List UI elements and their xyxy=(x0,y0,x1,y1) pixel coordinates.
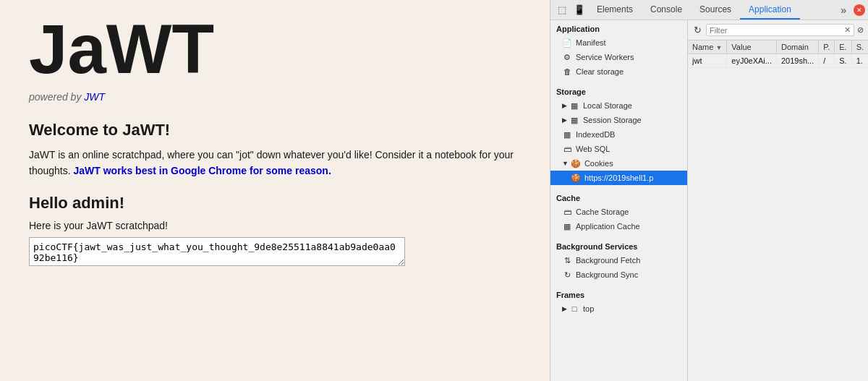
sidebar-item-frames-top[interactable]: ▶ □ top xyxy=(550,301,687,316)
sidebar-item-indexeddb[interactable]: ▦ IndexedDB xyxy=(550,127,687,142)
devtools-body: Application 📄 Manifest ⚙ Service Workers… xyxy=(550,20,868,381)
sidebar-label-service-workers: Service Workers xyxy=(576,53,634,61)
cookies-arrow: ▼ xyxy=(562,160,569,167)
filter-input[interactable] xyxy=(710,26,844,35)
col-path[interactable]: P. xyxy=(819,40,835,54)
sidebar-item-manifest[interactable]: 📄 Manifest xyxy=(550,35,687,50)
scratchpad-label: Here is your JaWT scratchpad! xyxy=(29,220,521,231)
cookies-url-icon: 🍪 xyxy=(571,174,581,183)
filter-input-container: ✕ xyxy=(706,24,854,36)
sidebar-item-session-storage[interactable]: ▶ ▦ Session Storage xyxy=(550,113,687,127)
cell-domain: 2019sh... xyxy=(776,54,818,68)
page-title: JaWT xyxy=(29,14,521,84)
web-sql-icon: 🗃 xyxy=(562,145,572,153)
local-storage-arrow: ▶ xyxy=(562,102,567,109)
sidebar-label-cookies-url: https://2019shell1.p xyxy=(584,174,653,182)
devtools-toolbar: ⬚ 📱 Elements Console Sources Application… xyxy=(550,0,868,20)
sidebar-item-clear-storage[interactable]: 🗑 Clear storage xyxy=(550,64,687,79)
close-devtools-button[interactable]: ✕ xyxy=(854,4,865,16)
application-section-header: Application xyxy=(550,20,687,35)
powered-by-text: powered by xyxy=(29,91,84,103)
cell-path: / xyxy=(819,54,835,68)
bg-section-header: Background Services xyxy=(550,238,687,253)
description: JaWT is an online scratchpad, where you … xyxy=(29,147,521,179)
devtools-tabs: Elements Console Sources Application xyxy=(588,0,836,20)
clear-storage-icon: 🗑 xyxy=(562,67,572,76)
sidebar-label-frames-top: top xyxy=(583,304,594,313)
tab-elements[interactable]: Elements xyxy=(588,0,642,20)
sidebar-label-session-storage: Session Storage xyxy=(583,116,642,124)
local-storage-icon: ▦ xyxy=(569,101,579,111)
sidebar-label-application-cache: Application Cache xyxy=(576,222,640,231)
background-fetch-icon: ⇅ xyxy=(562,256,572,265)
col-name[interactable]: Name ▼ xyxy=(688,40,727,54)
sidebar-item-local-storage[interactable]: ▶ ▦ Local Storage xyxy=(550,98,687,113)
col-domain[interactable]: Domain xyxy=(776,40,818,54)
powered-by: powered by JWT xyxy=(29,91,521,103)
frames-top-arrow: ▶ xyxy=(562,305,567,312)
table-row[interactable]: jwt eyJ0eXAi... 2019sh... / S. 1. xyxy=(688,54,868,68)
tab-application[interactable]: Application xyxy=(740,0,800,20)
cookies-icon: 🍪 xyxy=(571,159,581,168)
sidebar-label-web-sql: Web SQL xyxy=(576,145,610,153)
session-storage-icon: ▦ xyxy=(569,116,579,125)
cache-section-header: Cache xyxy=(550,189,687,205)
sidebar-item-web-sql[interactable]: 🗃 Web SQL xyxy=(550,142,687,156)
more-tabs-icon[interactable]: » xyxy=(836,4,851,16)
devtools-main-panel: ↻ ✕ ⊘ Name ▼ Value Domain P. xyxy=(688,20,868,381)
sidebar-item-cache-storage[interactable]: 🗃 Cache Storage xyxy=(550,205,687,219)
cell-size: 1. xyxy=(851,54,868,68)
sidebar-label-background-sync: Background Sync xyxy=(576,270,638,279)
device-icon[interactable]: 📱 xyxy=(571,1,588,19)
session-storage-arrow: ▶ xyxy=(562,116,567,124)
frames-section-header: Frames xyxy=(550,286,687,301)
sidebar-label-background-fetch: Background Fetch xyxy=(576,256,640,265)
cookies-table: Name ▼ Value Domain P. E. S. jwt eyJ0eXA… xyxy=(688,40,868,381)
cell-value: eyJ0eXAi... xyxy=(727,54,777,68)
sidebar-item-application-cache[interactable]: ▦ Application Cache xyxy=(550,219,687,234)
filter-extra-icon[interactable]: ⊘ xyxy=(857,25,864,35)
admin-heading: Hello admin! xyxy=(29,194,521,213)
description-link[interactable]: JaWT works best in Google Chrome for som… xyxy=(74,165,331,176)
jwt-link[interactable]: JWT xyxy=(84,91,105,103)
sidebar-item-background-fetch[interactable]: ⇅ Background Fetch xyxy=(550,253,687,267)
indexeddb-icon: ▦ xyxy=(562,130,572,140)
sidebar-label-manifest: Manifest xyxy=(576,38,606,47)
manifest-icon: 📄 xyxy=(562,38,572,48)
storage-section-header: Storage xyxy=(550,83,687,98)
scratchpad-textarea[interactable]: picoCTF{jawt_was_just_what_you_thought_9… xyxy=(29,237,405,266)
frames-top-icon: □ xyxy=(569,304,579,313)
filter-clear-button[interactable]: ✕ xyxy=(844,25,851,35)
main-content: JaWT powered by JWT Welcome to JaWT! JaW… xyxy=(0,0,550,381)
cell-expires: S. xyxy=(835,54,851,68)
application-cache-icon: ▦ xyxy=(562,222,572,231)
devtools-sidebar: Application 📄 Manifest ⚙ Service Workers… xyxy=(550,20,688,381)
refresh-button[interactable]: ↻ xyxy=(692,23,703,37)
inspect-icon[interactable]: ⬚ xyxy=(553,1,571,19)
welcome-heading: Welcome to JaWT! xyxy=(29,121,521,140)
sidebar-label-cache-storage: Cache Storage xyxy=(576,207,629,216)
filter-bar: ↻ ✕ ⊘ xyxy=(688,20,868,40)
tab-sources[interactable]: Sources xyxy=(691,0,740,20)
cache-storage-icon: 🗃 xyxy=(562,207,572,216)
cell-name: jwt xyxy=(688,54,727,68)
sidebar-label-clear-storage: Clear storage xyxy=(576,67,624,76)
sidebar-label-indexeddb: IndexedDB xyxy=(576,130,615,139)
sidebar-item-service-workers[interactable]: ⚙ Service Workers xyxy=(550,50,687,64)
col-expires[interactable]: E. xyxy=(835,40,851,54)
service-workers-icon: ⚙ xyxy=(562,53,572,62)
sidebar-item-background-sync[interactable]: ↻ Background Sync xyxy=(550,267,687,282)
col-size[interactable]: S. xyxy=(851,40,868,54)
col-value[interactable]: Value xyxy=(727,40,777,54)
sidebar-label-cookies: Cookies xyxy=(584,159,613,168)
sidebar-item-cookies[interactable]: ▼ 🍪 Cookies xyxy=(550,156,687,171)
devtools-panel: ⬚ 📱 Elements Console Sources Application… xyxy=(550,0,868,381)
tab-console[interactable]: Console xyxy=(642,0,691,20)
sidebar-item-cookies-url[interactable]: 🍪 https://2019shell1.p xyxy=(550,171,687,185)
sidebar-label-local-storage: Local Storage xyxy=(583,101,632,110)
background-sync-icon: ↻ xyxy=(562,270,572,280)
